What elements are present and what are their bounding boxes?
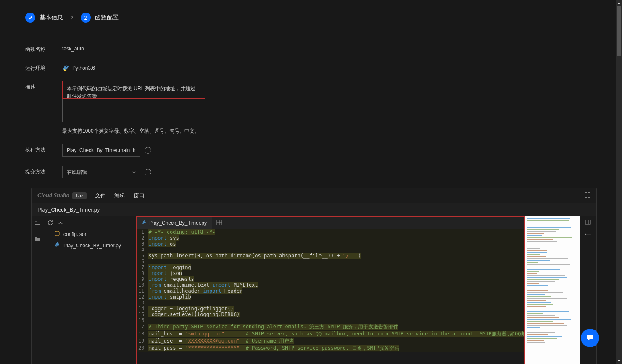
- editor-tab-active[interactable]: Play_Check_By_Timer.py: [137, 217, 212, 229]
- file-name: Play_Check_By_Timer.py: [63, 243, 121, 249]
- open-file-row: Play_Check_By_Timer.py: [32, 203, 596, 216]
- wizard-steps: 基本信息 2 函数配置: [25, 0, 597, 31]
- page-scrollbar[interactable]: ▲ ▼: [616, 0, 622, 364]
- svg-rect-9: [585, 220, 590, 224]
- check-icon: [25, 13, 35, 23]
- minimap[interactable]: [525, 216, 580, 364]
- lite-badge: Lite: [72, 192, 87, 199]
- svg-point-11: [585, 234, 587, 235]
- python-icon: [62, 65, 69, 71]
- file-play-check-py[interactable]: Play_Check_By_Timer.py: [43, 240, 136, 251]
- value-runtime-env: Python3.6: [72, 65, 95, 71]
- caret-down-icon: [132, 169, 136, 175]
- svg-rect-4: [35, 224, 40, 225]
- label-description: 描述: [25, 81, 62, 91]
- python-icon: [142, 220, 147, 226]
- svg-point-1: [66, 70, 66, 71]
- more-icon[interactable]: [585, 230, 591, 236]
- step-basic-info[interactable]: 基本信息: [25, 13, 63, 23]
- svg-point-13: [590, 234, 591, 235]
- submit-method-select[interactable]: 在线编辑: [62, 166, 140, 178]
- info-icon[interactable]: i: [145, 147, 151, 154]
- python-icon: [54, 242, 60, 249]
- folder-icon[interactable]: [34, 236, 41, 244]
- svg-point-5: [55, 231, 59, 233]
- step2-label: 函数配置: [95, 14, 119, 21]
- svg-point-12: [588, 234, 589, 235]
- description-textarea[interactable]: 本示例代码的功能是定时拨测 URL 列表中的地址，并通过邮件发送告警: [62, 81, 205, 122]
- file-config-json[interactable]: config.json: [43, 228, 136, 240]
- tab-title: Play_Check_By_Timer.py: [149, 220, 207, 226]
- label-function-name: 函数名称: [25, 43, 62, 53]
- code-viewport[interactable]: Play_Check_By_Timer.py 1# -*- coding: ut…: [136, 216, 525, 364]
- code-editor: Cloud Studio Lite 文件 编辑 窗口 Play_Check_By…: [31, 188, 597, 364]
- svg-rect-2: [35, 221, 37, 222]
- chevron-right-icon: [70, 15, 74, 21]
- exec-method-input[interactable]: [62, 144, 140, 157]
- fullscreen-icon[interactable]: [585, 192, 590, 199]
- svg-point-0: [65, 65, 65, 66]
- scroll-down-icon[interactable]: ▼: [616, 358, 622, 364]
- label-runtime-env: 运行环境: [25, 62, 62, 72]
- step2-number: 2: [81, 13, 91, 23]
- menu-file[interactable]: 文件: [95, 192, 106, 199]
- editor-brand: Cloud Studio Lite: [37, 192, 87, 199]
- activity-bar: [32, 216, 43, 364]
- layout-icon[interactable]: [585, 219, 591, 226]
- split-editor-icon[interactable]: [212, 220, 227, 227]
- step1-label: 基本信息: [40, 14, 63, 21]
- collapse-icon[interactable]: [58, 220, 63, 227]
- step-function-config[interactable]: 2 函数配置: [81, 13, 119, 23]
- menu-edit[interactable]: 编辑: [114, 192, 125, 199]
- info-icon[interactable]: i: [145, 169, 151, 175]
- label-submit-method: 提交方法: [25, 166, 62, 175]
- file-name: config.json: [63, 231, 87, 237]
- svg-rect-3: [35, 223, 40, 223]
- submit-method-value: 在线编辑: [67, 169, 87, 176]
- open-file-name: Play_Check_By_Timer.py: [37, 207, 100, 213]
- file-explorer: config.json Play_Check_By_Timer.py: [43, 216, 136, 364]
- description-hint: 最大支持1000个英文字母、数字、空格、逗号、句号、中文。: [62, 128, 597, 135]
- value-function-name: task_auto: [62, 43, 597, 52]
- chat-fab-button[interactable]: [581, 329, 599, 347]
- json-icon: [54, 230, 60, 238]
- scroll-thumb[interactable]: [617, 6, 621, 56]
- menu-window[interactable]: 窗口: [134, 192, 145, 199]
- explorer-icon[interactable]: [34, 220, 41, 228]
- refresh-icon[interactable]: [47, 220, 53, 227]
- label-exec-method: 执行方法: [25, 144, 62, 154]
- scroll-up-icon[interactable]: ▲: [616, 0, 622, 6]
- editor-toolbar: Cloud Studio Lite 文件 编辑 窗口: [32, 188, 596, 203]
